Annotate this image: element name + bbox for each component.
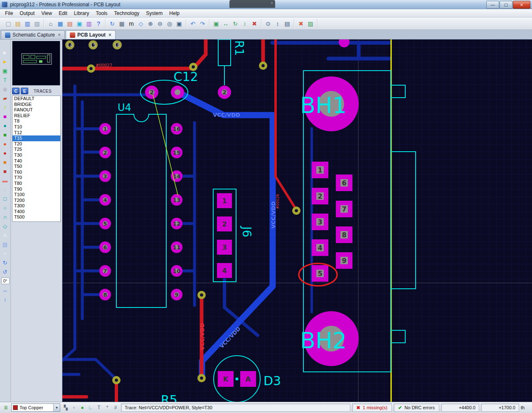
pad[interactable]: 5 — [99, 218, 111, 229]
zoom-area-icon[interactable]: ▣ — [175, 19, 184, 28]
via[interactable] — [87, 64, 95, 73]
pad[interactable]: 7 — [336, 201, 352, 217]
layer-selector[interactable]: Top Copper ▾ — [11, 403, 60, 412]
pad[interactable]: 1 — [99, 123, 111, 135]
trace-style-list[interactable]: DEFAULTBRIDGEFANOUTRELIEFT8T10T12T15T20T… — [12, 96, 61, 222]
pad[interactable]: 8 — [336, 226, 352, 243]
text-tool-icon[interactable]: A — [0, 231, 10, 240]
trace-style-item[interactable]: T40 — [12, 158, 60, 164]
pad[interactable]: 2 — [312, 188, 328, 204]
menu-item[interactable]: Library — [71, 10, 93, 17]
combine-button[interactable]: C — [12, 88, 20, 94]
pad[interactable]: K — [218, 371, 234, 387]
trace-style-item[interactable]: RELIEF — [12, 113, 60, 119]
trace-style-item[interactable]: T400 — [12, 209, 60, 215]
selection-pointer-icon[interactable]: ► — [0, 48, 10, 57]
tab-close-icon[interactable]: × — [108, 32, 111, 38]
dot-grid-icon[interactable]: ▫ — [70, 404, 78, 411]
pad[interactable]: 4 — [217, 263, 232, 278]
zoom-in-icon[interactable]: ⊕ — [146, 19, 155, 28]
trace-style-item[interactable]: T80 — [12, 181, 60, 187]
circle-pad-mode-icon[interactable]: ● — [0, 121, 10, 130]
open-design-icon[interactable]: ▤ — [13, 19, 22, 28]
pad[interactable]: 3 — [217, 240, 232, 255]
trace-style-item[interactable]: T10 — [12, 124, 60, 130]
zone-mode-icon[interactable]: ▰ — [0, 93, 10, 103]
trace-style-item[interactable]: T20 — [12, 141, 60, 147]
smd-pad-mode-icon[interactable]: ● — [0, 139, 10, 148]
pad[interactable]: 12 — [171, 218, 182, 229]
angle-lock-icon[interactable]: ∟ — [87, 404, 94, 411]
pad[interactable]: 15 — [89, 40, 98, 49]
hole-pad-mode-icon[interactable]: ● — [0, 148, 10, 157]
new-design-icon[interactable]: ▢ — [4, 19, 13, 28]
block-rotate-icon[interactable]: ↻ — [231, 19, 240, 28]
pad[interactable]: 5 — [312, 265, 328, 282]
via[interactable] — [259, 61, 267, 70]
pad[interactable]: 10 — [171, 265, 182, 277]
menu-item[interactable]: View — [38, 10, 55, 17]
via[interactable] — [197, 374, 206, 382]
block-flip-icon[interactable]: ↕ — [240, 19, 249, 28]
trace-style-item[interactable]: T30 — [12, 152, 60, 158]
metric-toggle-icon[interactable]: m — [127, 19, 136, 28]
ratsnest-missing-panel[interactable]: ✖ 1 missing(s) — [352, 403, 392, 412]
cross-probe-icon[interactable]: ↕ — [273, 19, 282, 28]
marker-tool-icon[interactable]: + — [0, 249, 10, 258]
pad[interactable]: 2 — [217, 216, 232, 231]
pad[interactable]: 6 — [336, 175, 352, 191]
layer-pair-icon[interactable]: ▤ — [283, 19, 292, 28]
trace-style-item[interactable]: T12 — [12, 130, 60, 136]
tab-close-icon[interactable]: × — [58, 32, 61, 38]
redo-icon[interactable]: ↷ — [198, 19, 207, 28]
menu-item[interactable]: Edit — [55, 10, 71, 17]
menu-item[interactable]: Tools — [93, 10, 111, 17]
via[interactable] — [112, 376, 121, 384]
trace-style-item[interactable]: T90 — [12, 187, 60, 192]
menu-item[interactable]: Technology — [111, 10, 143, 17]
dropdown-arrow-icon[interactable]: ▾ — [53, 404, 60, 411]
line-tool-icon[interactable]: / — [0, 185, 10, 194]
pad[interactable]: 14 — [65, 40, 74, 49]
edit-button[interactable]: E — [21, 88, 28, 94]
via[interactable] — [197, 291, 206, 299]
save-design-icon[interactable]: ▥ — [23, 19, 32, 28]
pan-icon[interactable]: ▚ — [62, 404, 69, 411]
square-pad-mode-icon[interactable]: ■ — [0, 130, 10, 139]
pad[interactable]: 8 — [99, 289, 111, 300]
trace-style-item[interactable]: BRIDGE — [12, 102, 60, 108]
restore-button[interactable]: ▢ — [500, 1, 512, 9]
trace-style-item[interactable]: FANOUT — [12, 107, 60, 113]
symbol-tool-icon[interactable]: ▤ — [0, 240, 10, 249]
pad[interactable]: 9 — [171, 289, 182, 300]
pad[interactable]: 16 — [171, 123, 182, 135]
search-tag-icon[interactable]: ⊙ — [264, 19, 273, 28]
trace-style-item[interactable]: T100 — [12, 192, 60, 198]
snap-grid-icon[interactable]: # — [112, 404, 119, 411]
pad[interactable]: 2 — [99, 147, 111, 158]
stack-pad-mode-icon[interactable]: ■ — [0, 167, 10, 176]
box-tool-icon[interactable]: □ — [0, 194, 10, 203]
menu-item[interactable]: Help — [166, 10, 183, 17]
v-mirror-icon[interactable]: ↕ — [0, 295, 10, 304]
trace-style-item[interactable]: T200 — [12, 198, 60, 204]
trace-style-item[interactable]: T8 — [12, 118, 60, 124]
arc-tool-icon[interactable]: ∩ — [0, 212, 10, 221]
minimize-button[interactable]: — — [486, 1, 499, 9]
pad[interactable]: 3 — [99, 170, 111, 182]
via[interactable] — [292, 206, 300, 215]
via-mode-icon[interactable]: ◉ — [0, 84, 10, 93]
pad[interactable]: 3 — [312, 214, 328, 230]
block-copy-icon[interactable]: ▣ — [212, 19, 221, 28]
overview-minimap[interactable] — [12, 41, 60, 86]
ratsnest-mode-icon[interactable]: / — [0, 103, 10, 112]
layers-icon[interactable]: ≣ — [2, 404, 10, 411]
live-update-icon[interactable]: ● — [79, 404, 86, 411]
trace-mode-icon[interactable]: T — [0, 75, 10, 84]
pre-production-check-icon[interactable]: ▨ — [306, 19, 315, 28]
trace-style-item[interactable]: T60 — [12, 170, 60, 175]
menu-item[interactable]: System — [143, 10, 166, 17]
component-mode-icon[interactable]: ► — [0, 57, 10, 66]
trace-style-item[interactable]: DEFAULT — [12, 96, 60, 102]
block-delete-icon[interactable]: ✖ — [250, 19, 259, 28]
